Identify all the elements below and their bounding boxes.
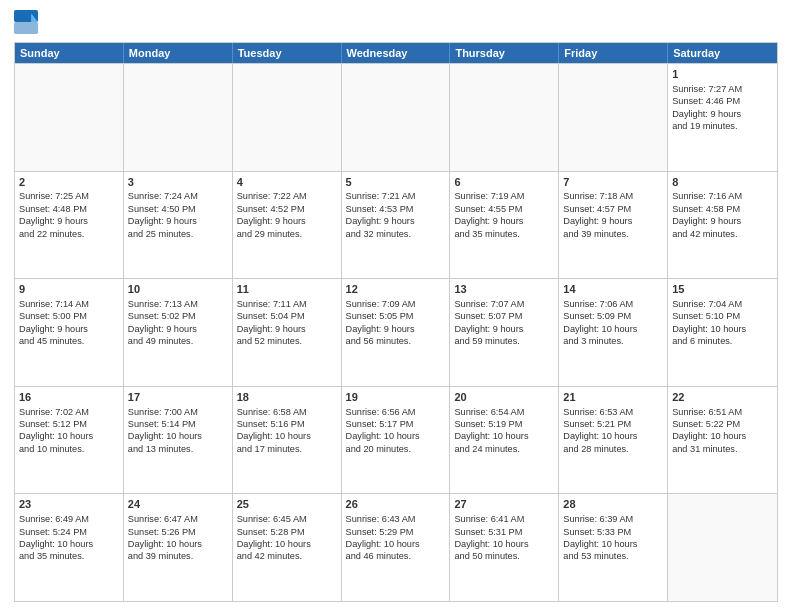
day-info: Sunrise: 7:13 AM Sunset: 5:02 PM Dayligh… <box>128 298 228 348</box>
day-number: 19 <box>346 390 446 405</box>
calendar-header-day: Friday <box>559 43 668 63</box>
day-number: 5 <box>346 175 446 190</box>
day-info: Sunrise: 7:04 AM Sunset: 5:10 PM Dayligh… <box>672 298 773 348</box>
day-number: 13 <box>454 282 554 297</box>
day-number: 16 <box>19 390 119 405</box>
day-number: 22 <box>672 390 773 405</box>
calendar-cell: 17Sunrise: 7:00 AM Sunset: 5:14 PM Dayli… <box>124 387 233 494</box>
day-number: 15 <box>672 282 773 297</box>
day-info: Sunrise: 7:06 AM Sunset: 5:09 PM Dayligh… <box>563 298 663 348</box>
calendar-header-day: Monday <box>124 43 233 63</box>
calendar-cell <box>15 64 124 171</box>
calendar-cell: 18Sunrise: 6:58 AM Sunset: 5:16 PM Dayli… <box>233 387 342 494</box>
calendar-cell: 15Sunrise: 7:04 AM Sunset: 5:10 PM Dayli… <box>668 279 777 386</box>
calendar-cell: 10Sunrise: 7:13 AM Sunset: 5:02 PM Dayli… <box>124 279 233 386</box>
day-info: Sunrise: 6:47 AM Sunset: 5:26 PM Dayligh… <box>128 513 228 563</box>
calendar-cell: 4Sunrise: 7:22 AM Sunset: 4:52 PM Daylig… <box>233 172 342 279</box>
calendar-cell: 19Sunrise: 6:56 AM Sunset: 5:17 PM Dayli… <box>342 387 451 494</box>
calendar-cell: 23Sunrise: 6:49 AM Sunset: 5:24 PM Dayli… <box>15 494 124 601</box>
day-number: 27 <box>454 497 554 512</box>
day-number: 23 <box>19 497 119 512</box>
calendar-cell: 24Sunrise: 6:47 AM Sunset: 5:26 PM Dayli… <box>124 494 233 601</box>
calendar-row: 23Sunrise: 6:49 AM Sunset: 5:24 PM Dayli… <box>15 493 777 601</box>
day-number: 2 <box>19 175 119 190</box>
calendar-row: 9Sunrise: 7:14 AM Sunset: 5:00 PM Daylig… <box>15 278 777 386</box>
calendar-cell: 2Sunrise: 7:25 AM Sunset: 4:48 PM Daylig… <box>15 172 124 279</box>
day-number: 8 <box>672 175 773 190</box>
day-info: Sunrise: 7:00 AM Sunset: 5:14 PM Dayligh… <box>128 406 228 456</box>
calendar-cell: 28Sunrise: 6:39 AM Sunset: 5:33 PM Dayli… <box>559 494 668 601</box>
day-number: 18 <box>237 390 337 405</box>
calendar-cell: 11Sunrise: 7:11 AM Sunset: 5:04 PM Dayli… <box>233 279 342 386</box>
day-info: Sunrise: 6:54 AM Sunset: 5:19 PM Dayligh… <box>454 406 554 456</box>
day-info: Sunrise: 7:02 AM Sunset: 5:12 PM Dayligh… <box>19 406 119 456</box>
calendar-cell: 1Sunrise: 7:27 AM Sunset: 4:46 PM Daylig… <box>668 64 777 171</box>
day-info: Sunrise: 7:11 AM Sunset: 5:04 PM Dayligh… <box>237 298 337 348</box>
calendar-cell: 8Sunrise: 7:16 AM Sunset: 4:58 PM Daylig… <box>668 172 777 279</box>
day-number: 3 <box>128 175 228 190</box>
svg-rect-1 <box>14 22 38 34</box>
calendar-cell: 16Sunrise: 7:02 AM Sunset: 5:12 PM Dayli… <box>15 387 124 494</box>
day-info: Sunrise: 7:14 AM Sunset: 5:00 PM Dayligh… <box>19 298 119 348</box>
day-number: 24 <box>128 497 228 512</box>
calendar-cell: 5Sunrise: 7:21 AM Sunset: 4:53 PM Daylig… <box>342 172 451 279</box>
calendar-cell: 27Sunrise: 6:41 AM Sunset: 5:31 PM Dayli… <box>450 494 559 601</box>
day-number: 7 <box>563 175 663 190</box>
day-info: Sunrise: 7:07 AM Sunset: 5:07 PM Dayligh… <box>454 298 554 348</box>
calendar-cell: 9Sunrise: 7:14 AM Sunset: 5:00 PM Daylig… <box>15 279 124 386</box>
day-number: 4 <box>237 175 337 190</box>
calendar-cell <box>668 494 777 601</box>
calendar-cell <box>233 64 342 171</box>
day-number: 17 <box>128 390 228 405</box>
calendar-cell: 12Sunrise: 7:09 AM Sunset: 5:05 PM Dayli… <box>342 279 451 386</box>
day-number: 6 <box>454 175 554 190</box>
calendar-cell: 20Sunrise: 6:54 AM Sunset: 5:19 PM Dayli… <box>450 387 559 494</box>
day-number: 9 <box>19 282 119 297</box>
day-number: 21 <box>563 390 663 405</box>
calendar-cell: 14Sunrise: 7:06 AM Sunset: 5:09 PM Dayli… <box>559 279 668 386</box>
day-info: Sunrise: 7:18 AM Sunset: 4:57 PM Dayligh… <box>563 190 663 240</box>
day-info: Sunrise: 6:51 AM Sunset: 5:22 PM Dayligh… <box>672 406 773 456</box>
calendar-cell: 21Sunrise: 6:53 AM Sunset: 5:21 PM Dayli… <box>559 387 668 494</box>
day-info: Sunrise: 6:39 AM Sunset: 5:33 PM Dayligh… <box>563 513 663 563</box>
calendar-header: SundayMondayTuesdayWednesdayThursdayFrid… <box>15 43 777 63</box>
day-number: 25 <box>237 497 337 512</box>
calendar-cell: 25Sunrise: 6:45 AM Sunset: 5:28 PM Dayli… <box>233 494 342 601</box>
day-number: 28 <box>563 497 663 512</box>
header <box>14 10 778 34</box>
calendar-row: 16Sunrise: 7:02 AM Sunset: 5:12 PM Dayli… <box>15 386 777 494</box>
calendar-cell <box>342 64 451 171</box>
calendar-cell: 22Sunrise: 6:51 AM Sunset: 5:22 PM Dayli… <box>668 387 777 494</box>
day-info: Sunrise: 7:22 AM Sunset: 4:52 PM Dayligh… <box>237 190 337 240</box>
day-number: 14 <box>563 282 663 297</box>
calendar-cell: 3Sunrise: 7:24 AM Sunset: 4:50 PM Daylig… <box>124 172 233 279</box>
day-number: 20 <box>454 390 554 405</box>
calendar-cell: 26Sunrise: 6:43 AM Sunset: 5:29 PM Dayli… <box>342 494 451 601</box>
day-info: Sunrise: 7:25 AM Sunset: 4:48 PM Dayligh… <box>19 190 119 240</box>
calendar-header-day: Tuesday <box>233 43 342 63</box>
calendar-header-day: Wednesday <box>342 43 451 63</box>
calendar-cell <box>124 64 233 171</box>
day-number: 12 <box>346 282 446 297</box>
logo-icon <box>14 10 38 34</box>
day-number: 11 <box>237 282 337 297</box>
day-info: Sunrise: 7:16 AM Sunset: 4:58 PM Dayligh… <box>672 190 773 240</box>
day-number: 1 <box>672 67 773 82</box>
day-info: Sunrise: 6:49 AM Sunset: 5:24 PM Dayligh… <box>19 513 119 563</box>
day-info: Sunrise: 6:43 AM Sunset: 5:29 PM Dayligh… <box>346 513 446 563</box>
calendar-row: 1Sunrise: 7:27 AM Sunset: 4:46 PM Daylig… <box>15 63 777 171</box>
calendar-header-day: Thursday <box>450 43 559 63</box>
day-info: Sunrise: 6:58 AM Sunset: 5:16 PM Dayligh… <box>237 406 337 456</box>
calendar-cell <box>450 64 559 171</box>
page: SundayMondayTuesdayWednesdayThursdayFrid… <box>0 0 792 612</box>
day-info: Sunrise: 6:41 AM Sunset: 5:31 PM Dayligh… <box>454 513 554 563</box>
day-info: Sunrise: 6:45 AM Sunset: 5:28 PM Dayligh… <box>237 513 337 563</box>
calendar-cell: 6Sunrise: 7:19 AM Sunset: 4:55 PM Daylig… <box>450 172 559 279</box>
calendar-header-day: Sunday <box>15 43 124 63</box>
day-info: Sunrise: 7:19 AM Sunset: 4:55 PM Dayligh… <box>454 190 554 240</box>
calendar: SundayMondayTuesdayWednesdayThursdayFrid… <box>14 42 778 602</box>
day-number: 26 <box>346 497 446 512</box>
day-info: Sunrise: 7:27 AM Sunset: 4:46 PM Dayligh… <box>672 83 773 133</box>
calendar-cell <box>559 64 668 171</box>
calendar-header-day: Saturday <box>668 43 777 63</box>
